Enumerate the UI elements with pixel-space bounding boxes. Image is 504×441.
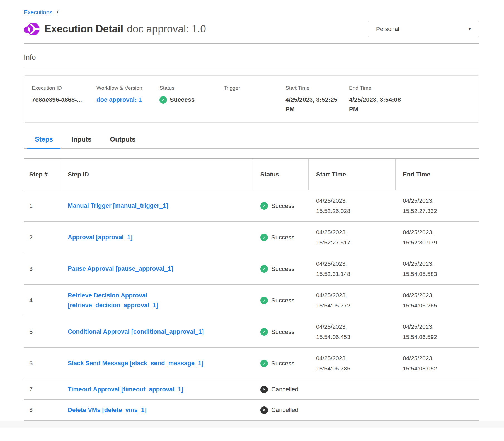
- step-start-time-cell: 04/25/2023, 15:54:05.772: [308, 290, 395, 310]
- table-row: 3 Pause Approval [pause_approval_1] Succ…: [24, 253, 479, 285]
- step-status-cell: Success: [253, 265, 308, 273]
- header-divider: [24, 43, 479, 44]
- tab-bar: Steps Inputs Outputs: [24, 135, 479, 149]
- step-start-time-cell: 04/25/2023, 15:52:27.517: [308, 227, 395, 247]
- step-id-cell: Retrieve Decision Approval [retrieve_dec…: [62, 291, 253, 310]
- status-icon: [260, 202, 268, 210]
- info-field-trigger: Trigger: [224, 85, 285, 122]
- status-text: Cancelled: [271, 406, 299, 414]
- status-text: Success: [271, 360, 294, 367]
- step-id-cell: Timeout Approval [timeout_approval_1]: [62, 385, 253, 394]
- info-field-status: Status Success: [159, 85, 224, 122]
- step-end-time-cell: 04/25/2023, 15:54:08.052: [395, 353, 479, 373]
- step-number-cell: 4: [24, 297, 62, 304]
- step-end-time-cell: 04/25/2023, 15:52:27.332: [395, 196, 479, 216]
- execution-id-value: 7e8ac396-a868-...: [32, 95, 96, 105]
- step-end-time-cell: 04/25/2023, 15:54:06.592: [395, 322, 479, 342]
- step-id-link[interactable]: Delete VMs [delete_vms_1]: [68, 405, 146, 415]
- step-status-cell: Cancelled: [253, 386, 308, 393]
- column-header-end-time: End Time: [395, 170, 479, 179]
- step-status-cell: Cancelled: [253, 406, 308, 414]
- status-icon: [260, 360, 268, 367]
- info-field-workflow-version: Workflow & Version doc approval: 1: [96, 85, 159, 122]
- table-row: 6 Slack Send Message [slack_send_message…: [24, 348, 479, 379]
- info-card: Execution ID 7e8ac396-a868-... Workflow …: [24, 75, 479, 123]
- status-icon: [260, 386, 268, 393]
- column-header-status: Status: [253, 170, 308, 179]
- step-start-time-cell: [308, 405, 395, 415]
- step-id-link[interactable]: Approval [approval_1]: [68, 232, 132, 242]
- step-number-cell: 7: [24, 386, 62, 393]
- step-start-time-cell: 04/25/2023, 15:52:31.148: [308, 259, 395, 279]
- workflow-version-link[interactable]: doc approval: 1: [96, 96, 142, 103]
- table-row: 5 Conditional Approval [conditional_appr…: [24, 316, 479, 348]
- step-id-link[interactable]: Manual Trigger [manual_trigger_1]: [68, 201, 168, 210]
- step-status-cell: Success: [253, 360, 308, 367]
- status-icon: [260, 265, 268, 273]
- step-number-cell: 3: [24, 265, 62, 273]
- step-id-cell: Approval [approval_1]: [62, 232, 253, 242]
- table-body: 1 Manual Trigger [manual_trigger_1] Succ…: [24, 190, 479, 421]
- table-row: 8 Delete VMs [delete_vms_1] Cancelled: [24, 400, 479, 421]
- table-row: 1 Manual Trigger [manual_trigger_1] Succ…: [24, 190, 479, 222]
- workspace-selector-value: Personal: [376, 26, 399, 32]
- breadcrumb-executions-link[interactable]: Executions: [24, 9, 52, 15]
- step-start-time-cell: 04/25/2023, 15:54:06.785: [308, 353, 395, 373]
- page-header: Execution Detail doc approval: 1.0 Perso…: [24, 21, 479, 37]
- table-row: 7 Timeout Approval [timeout_approval_1] …: [24, 379, 479, 400]
- status-icon: [260, 297, 268, 304]
- step-end-time-cell: 04/25/2023, 15:54:05.583: [395, 259, 479, 279]
- step-end-time-cell: [395, 384, 479, 394]
- step-number-cell: 6: [24, 360, 62, 367]
- table-row: 4 Retrieve Decision Approval [retrieve_d…: [24, 285, 479, 316]
- info-section-title: Info: [24, 53, 479, 62]
- step-status-cell: Success: [253, 328, 308, 336]
- step-status-cell: Success: [253, 202, 308, 210]
- chevron-down-icon: ▼: [467, 26, 472, 32]
- table-header-row: Step # Step ID Status Start Time End Tim…: [24, 158, 479, 190]
- column-header-step-id: Step ID: [62, 170, 253, 179]
- status-text: Success: [271, 297, 294, 304]
- status-text: Success: [271, 265, 294, 273]
- step-start-time-cell: [308, 384, 395, 394]
- success-status-icon: [159, 96, 167, 104]
- page-subtitle: doc approval: 1.0: [127, 23, 206, 35]
- info-field-execution-id: Execution ID 7e8ac396-a868-...: [32, 85, 96, 122]
- step-number-cell: 8: [24, 406, 62, 414]
- step-status-cell: Success: [253, 297, 308, 304]
- column-header-start-time: Start Time: [308, 170, 395, 179]
- page-content: Executions / Execution Detail doc approv…: [24, 0, 479, 421]
- workspace-selector[interactable]: Personal ▼: [368, 21, 479, 37]
- step-number-cell: 2: [24, 234, 62, 241]
- step-id-link[interactable]: Timeout Approval [timeout_approval_1]: [68, 385, 183, 394]
- bottom-strip: [0, 421, 504, 428]
- step-id-cell: Delete VMs [delete_vms_1]: [62, 405, 253, 415]
- table-row: 2 Approval [approval_1] Success 04/25/20…: [24, 222, 479, 253]
- step-id-cell: Pause Approval [pause_approval_1]: [62, 264, 253, 273]
- step-status-cell: Success: [253, 234, 308, 241]
- step-start-time-cell: 04/25/2023, 15:54:06.453: [308, 322, 395, 342]
- status-icon: [260, 234, 268, 241]
- step-id-cell: Manual Trigger [manual_trigger_1]: [62, 201, 253, 210]
- step-start-time-cell: 04/25/2023, 15:52:26.028: [308, 196, 395, 216]
- step-id-link[interactable]: Retrieve Decision Approval [retrieve_dec…: [68, 291, 224, 310]
- step-id-link[interactable]: Slack Send Message [slack_send_message_1…: [68, 358, 203, 368]
- status-text: Success: [271, 328, 294, 336]
- status-text: Success: [271, 234, 294, 241]
- tab-outputs[interactable]: Outputs: [102, 135, 143, 148]
- step-end-time-cell: 04/25/2023, 15:52:30.979: [395, 227, 479, 247]
- step-number-cell: 5: [24, 328, 62, 336]
- step-end-time-cell: 04/25/2023, 15:54:06.265: [395, 290, 479, 310]
- step-id-link[interactable]: Conditional Approval [conditional_approv…: [68, 327, 204, 336]
- workflow-logo-icon: [24, 22, 40, 36]
- step-id-link[interactable]: Pause Approval [pause_approval_1]: [68, 264, 173, 273]
- step-end-time-cell: [395, 405, 479, 415]
- status-value: Success: [170, 95, 195, 105]
- breadcrumb-separator: /: [57, 9, 59, 15]
- tab-steps[interactable]: Steps: [27, 135, 60, 148]
- status-icon: [260, 328, 268, 336]
- tab-inputs[interactable]: Inputs: [64, 135, 99, 148]
- info-field-end-time: End Time 4/25/2023, 3:54:08 PM: [349, 85, 479, 122]
- status-icon: [260, 406, 268, 414]
- status-text: Cancelled: [271, 386, 299, 393]
